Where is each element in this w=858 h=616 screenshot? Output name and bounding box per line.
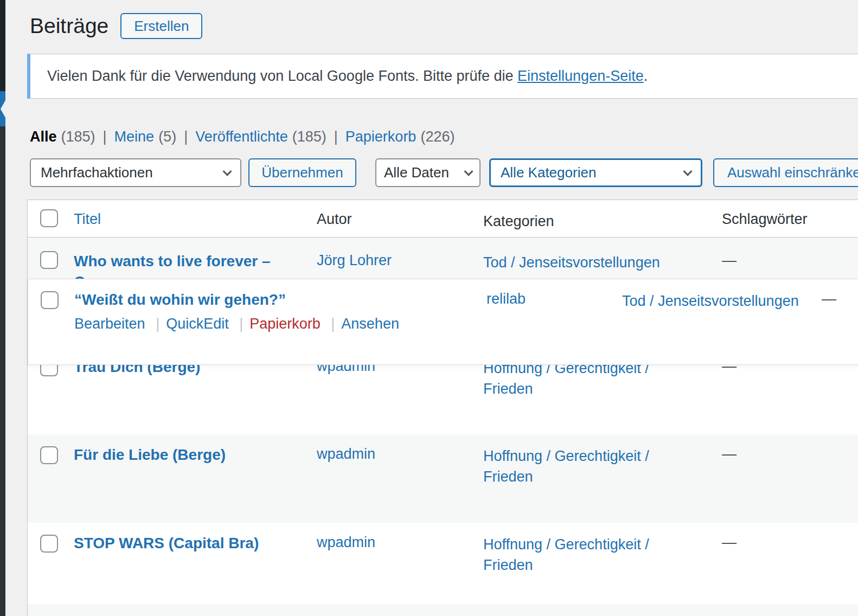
post-title-link[interactable]: Für die Liebe (Berge) bbox=[74, 445, 226, 465]
post-title-cell: STOP WARS (Capital Bra) bbox=[74, 533, 259, 554]
post-tags-cell: — bbox=[722, 534, 737, 551]
active-item-arrow-icon bbox=[1, 100, 5, 118]
sort-by-title-link[interactable]: Titel bbox=[74, 211, 101, 227]
post-author-cell: wpadmin bbox=[317, 534, 375, 551]
category-link[interactable]: Hoffnung / Gerechtigkeit / Frieden bbox=[483, 360, 649, 397]
view-action-link[interactable]: Ansehen bbox=[324, 316, 399, 332]
row-checkbox[interactable] bbox=[40, 251, 58, 269]
table-row-hovered: “Weißt du wohin wir gehen?” relilab Tod … bbox=[28, 279, 858, 365]
date-filter-value: Alle Daten bbox=[384, 164, 449, 181]
post-categories-cell: Tod / Jenseitsvorstellungen bbox=[483, 252, 668, 273]
filter-all: Alle (185) bbox=[30, 129, 95, 145]
post-status-filters: Alle (185) Meine (5) Veröffentlichte (18… bbox=[30, 129, 454, 145]
chevron-down-icon bbox=[683, 166, 693, 176]
column-header-tags: Schlagwörter bbox=[722, 211, 808, 228]
admin-menu-rail-lower bbox=[0, 126, 5, 616]
admin-menu-rail[interactable] bbox=[0, 0, 5, 616]
category-link[interactable]: Hoffnung / Gerechtigkeit / Frieden bbox=[483, 536, 649, 573]
page-header: Beiträge Erstellen bbox=[30, 13, 202, 39]
post-title-link[interactable]: “Weißt du wohin wir gehen?” bbox=[74, 290, 286, 310]
row-checkbox[interactable] bbox=[40, 446, 58, 464]
category-filter-value: Alle Kategorien bbox=[501, 164, 596, 181]
bulk-actions-value: Mehrfachaktionen bbox=[41, 164, 153, 181]
post-tags-cell: — bbox=[722, 446, 737, 463]
author-link[interactable]: wpadmin bbox=[317, 446, 375, 462]
quickedit-action-link[interactable]: QuickEdit bbox=[149, 316, 229, 332]
post-categories-cell: Hoffnung / Gerechtigkeit / Frieden bbox=[483, 534, 668, 575]
admin-menu-active-item[interactable] bbox=[0, 91, 5, 126]
list-table-controls: Mehrfachaktionen Übernehmen Alle Daten A… bbox=[30, 158, 858, 187]
post-author-cell: Jörg Lohrer bbox=[317, 252, 392, 269]
category-filter-select[interactable]: Alle Kategorien bbox=[489, 158, 702, 187]
post-author-cell: wpadmin bbox=[317, 446, 375, 463]
add-new-post-button[interactable]: Erstellen bbox=[120, 13, 202, 39]
filter-published: Veröffentlichte (185) bbox=[176, 129, 326, 145]
post-title-link[interactable]: STOP WARS (Capital Bra) bbox=[74, 533, 259, 554]
filter-button[interactable]: Auswahl einschränken bbox=[713, 158, 858, 187]
column-header-author: Autor bbox=[317, 211, 352, 228]
post-tags-cell: — bbox=[722, 252, 737, 269]
chevron-down-icon bbox=[223, 166, 232, 176]
filter-mine-link[interactable]: Meine bbox=[114, 129, 155, 145]
table-row: STOP WARS (Capital Bra) wpadmin Hoffnung… bbox=[28, 523, 858, 604]
settings-page-link[interactable]: Einstellungen-Seite bbox=[517, 68, 644, 84]
filter-mine: Meine (5) bbox=[95, 129, 177, 145]
posts-table: Titel Autor Kategorien Schlagwörter Who … bbox=[27, 200, 858, 616]
table-row bbox=[28, 604, 858, 616]
row-actions: Bearbeiten QuickEdit Papierkorb Ansehen bbox=[74, 316, 399, 332]
filter-trash-count: (226) bbox=[420, 129, 454, 145]
post-title-cell: “Weißt du wohin wir gehen?” bbox=[74, 290, 286, 310]
date-filter-select[interactable]: Alle Daten bbox=[375, 158, 481, 187]
filter-published-link[interactable]: Veröffentlichte bbox=[195, 129, 288, 145]
filter-mine-count: (5) bbox=[158, 129, 176, 145]
filter-trash-link[interactable]: Papierkorb bbox=[345, 129, 417, 145]
page-title: Beiträge bbox=[30, 14, 108, 38]
row-checkbox[interactable] bbox=[41, 291, 59, 309]
filter-published-count: (185) bbox=[292, 129, 326, 145]
apply-button-label: Übernehmen bbox=[261, 164, 343, 181]
author-link[interactable]: relilab bbox=[486, 291, 526, 307]
filter-trash: Papierkorb (226) bbox=[326, 129, 455, 145]
post-categories-cell: Tod / Jenseitsvorstellungen bbox=[622, 291, 799, 311]
post-categories-cell: Hoffnung / Gerechtigkeit / Frieden bbox=[483, 446, 668, 487]
notice-text-after: . bbox=[644, 68, 648, 84]
author-link[interactable]: wpadmin bbox=[317, 534, 375, 550]
chevron-down-icon bbox=[464, 166, 473, 176]
category-link[interactable]: Hoffnung / Gerechtigkeit / Frieden bbox=[483, 448, 649, 485]
filter-all-count: (185) bbox=[61, 129, 95, 145]
post-tags-cell: — bbox=[822, 291, 836, 307]
notice-text: Vielen Dank für die Verwendung von Local… bbox=[30, 68, 648, 85]
row-checkbox[interactable] bbox=[40, 535, 58, 553]
admin-content: Beiträge Erstellen Vielen Dank für die V… bbox=[27, 0, 858, 616]
select-all-checkbox[interactable] bbox=[40, 209, 58, 227]
column-header-title: Titel bbox=[74, 211, 101, 228]
filter-all-label[interactable]: Alle bbox=[30, 129, 57, 145]
column-header-categories: Kategorien bbox=[483, 211, 668, 232]
author-link[interactable]: Jörg Lohrer bbox=[317, 252, 392, 268]
filter-button-label: Auswahl einschränken bbox=[727, 164, 858, 181]
post-title-link[interactable]: Who wants to live forever – bbox=[74, 251, 271, 272]
table-row: Who wants to live forever – Q Jörg Lohre… bbox=[28, 238, 858, 279]
table-row: Für die Liebe (Berge) wpadmin Hoffnung /… bbox=[28, 434, 858, 523]
category-link[interactable]: Tod / Jenseitsvorstellungen bbox=[622, 293, 799, 309]
notice-banner: Vielen Dank für die Verwendung von Local… bbox=[27, 54, 858, 99]
category-link[interactable]: Tod / Jenseitsvorstellungen bbox=[483, 254, 660, 271]
post-title-cell: Für die Liebe (Berge) bbox=[74, 445, 226, 465]
table-header-row: Titel Autor Kategorien Schlagwörter bbox=[28, 200, 858, 238]
notice-text-before: Vielen Dank für die Verwendung von Local… bbox=[47, 68, 517, 84]
bulk-actions-select[interactable]: Mehrfachaktionen bbox=[30, 158, 241, 187]
edit-action-link[interactable]: Bearbeiten bbox=[74, 316, 145, 332]
apply-button[interactable]: Übernehmen bbox=[248, 158, 356, 187]
post-author-cell: relilab bbox=[486, 291, 526, 307]
trash-action-link[interactable]: Papierkorb bbox=[233, 316, 321, 332]
